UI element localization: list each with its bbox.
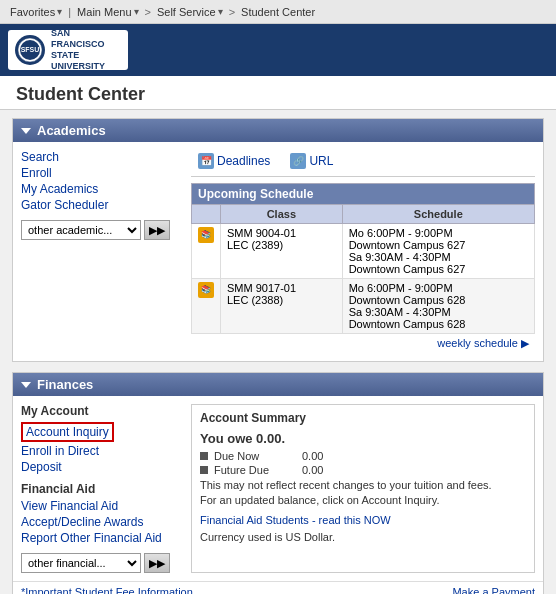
sep3: > [229,6,235,18]
gator-scheduler-link[interactable]: Gator Scheduler [21,198,183,212]
account-summary-title: Account Summary [200,411,526,425]
accept-decline-link[interactable]: Accept/Decline Awards [21,515,183,529]
finances-body: My Account Account Inquiry Enroll in Dir… [13,396,543,581]
search-link[interactable]: Search [21,150,183,164]
academics-title: Academics [37,123,106,138]
finances-title: Finances [37,377,93,392]
academics-tabs: 📅 Deadlines 🔗 URL [191,150,535,177]
finances-go-button[interactable]: ▶▶ [144,553,170,573]
academics-collapse-arrow [21,128,31,134]
due-now-amount: 0.00 [302,450,323,462]
schedule-col-header: Schedule [342,205,534,224]
favorites-label: Favorites [10,6,55,18]
schedule-table: Upcoming Schedule Class Schedule 📚 [191,183,535,334]
tab-url[interactable]: 🔗 URL [283,150,340,172]
schedule-title-header: Upcoming Schedule [192,184,535,205]
finances-dropdown[interactable]: other financial... [21,553,141,573]
future-due-bullet [200,466,208,474]
finances-dropdown-row: other financial... ▶▶ [21,553,183,573]
academics-go-button[interactable]: ▶▶ [144,220,170,240]
view-financial-aid-link[interactable]: View Financial Aid [21,499,183,513]
future-due-row: Future Due 0.00 [200,464,526,476]
fin-aid-students-link[interactable]: Financial Aid Students - read this NOW [200,514,391,526]
report-other-aid-link[interactable]: Report Other Financial Aid [21,531,183,545]
nav-favorites[interactable]: Favorites ▾ [6,6,66,18]
deadlines-icon: 📅 [198,153,214,169]
row2-schedule: Mo 6:00PM - 9:00PMDowntown Campus 628Sa … [342,279,534,334]
university-seal: SFSU [14,34,46,66]
finances-collapse-arrow [21,382,31,388]
nav-student-center: Student Center [237,6,319,18]
row2-class: SMM 9017-01LEC (2388) [221,279,343,334]
logo-line2: State University [51,50,105,71]
future-due-label: Future Due [214,464,294,476]
weekly-arrow-icon: ▶ [521,337,529,349]
due-now-row: Due Now 0.00 [200,450,526,462]
deposit-link[interactable]: Deposit [21,460,183,474]
class-icon-2: 📚 [198,282,214,298]
nav-main-menu[interactable]: Main Menu ▾ [73,6,142,18]
self-service-arrow: ▾ [218,6,223,17]
weekly-schedule-link[interactable]: weekly schedule [437,337,518,349]
academics-left-panel: Search Enroll My Academics Gator Schedul… [21,150,191,353]
academics-header[interactable]: Academics [13,119,543,142]
academics-body: Search Enroll My Academics Gator Schedul… [13,142,543,361]
svg-text:SFSU: SFSU [21,46,40,53]
enroll-direct-link[interactable]: Enroll in Direct [21,444,183,458]
academics-dropdown-row: other academic... ▶▶ [21,220,183,240]
row1-icon-cell: 📚 [192,224,221,279]
row1-class: SMM 9004-01LEC (2389) [221,224,343,279]
due-now-label: Due Now [214,450,294,462]
header-bar: SFSU San Francisco State University [0,24,556,76]
account-summary-panel: Account Summary You owe 0.00. Due Now 0.… [191,404,535,573]
finances-bottom-row: *Important Student Fee Information Make … [13,581,543,594]
student-center-crumb: Student Center [241,6,315,18]
row1-schedule: Mo 6:00PM - 9:00PMDowntown Campus 627Sa … [342,224,534,279]
row2-icon-cell: 📚 [192,279,221,334]
class-icon-1: 📚 [198,227,214,243]
top-nav-bar: Favorites ▾ | Main Menu ▾ > Self Service… [0,0,556,24]
make-payment-link[interactable]: Make a Payment [452,586,535,594]
class-col-header: Class [221,205,343,224]
page-title-bar: Student Center [0,76,556,110]
my-account-label: My Account [21,404,183,418]
self-service-label: Self Service [157,6,216,18]
my-academics-link[interactable]: My Academics [21,182,183,196]
tab-url-label: URL [309,154,333,168]
future-due-amount: 0.00 [302,464,323,476]
enroll-link[interactable]: Enroll [21,166,183,180]
schedule-icon-col [192,205,221,224]
main-menu-arrow: ▾ [134,6,139,17]
academics-right-panel: 📅 Deadlines 🔗 URL Upcoming Schedule [191,150,535,353]
finances-left-panel: My Account Account Inquiry Enroll in Dir… [21,404,191,573]
academics-section: Academics Search Enroll My Academics Gat… [12,118,544,362]
account-note: This may not reflect recent changes to y… [200,478,526,509]
account-inquiry-link[interactable]: Account Inquiry [21,422,114,442]
sep1: | [68,6,71,18]
tab-deadlines[interactable]: 📅 Deadlines [191,150,277,172]
table-row: 📚 SMM 9004-01LEC (2389) Mo 6:00PM - 9:00… [192,224,535,279]
finances-section: Finances My Account Account Inquiry Enro… [12,372,544,594]
academics-dropdown[interactable]: other academic... [21,220,141,240]
sep2: > [145,6,151,18]
due-now-bullet [200,452,208,460]
finances-header[interactable]: Finances [13,373,543,396]
page-title: Student Center [16,84,145,104]
owe-text: You owe 0.00. [200,431,526,446]
url-icon: 🔗 [290,153,306,169]
main-menu-label: Main Menu [77,6,131,18]
logo-text: San Francisco State University [51,28,122,71]
weekly-schedule-row: weekly schedule ▶ [191,334,535,353]
nav-self-service[interactable]: Self Service ▾ [153,6,227,18]
table-row: 📚 SMM 9017-01LEC (2388) Mo 6:00PM - 9:00… [192,279,535,334]
financial-aid-label: Financial Aid [21,482,183,496]
tab-deadlines-label: Deadlines [217,154,270,168]
logo-box: SFSU San Francisco State University [8,30,128,70]
favorites-arrow: ▾ [57,6,62,17]
main-content: Academics Search Enroll My Academics Gat… [0,110,556,594]
important-fee-link[interactable]: *Important Student Fee Information [21,586,193,594]
currency-text: Currency used is US Dollar. [200,531,526,543]
logo-line1: San Francisco [51,28,105,49]
